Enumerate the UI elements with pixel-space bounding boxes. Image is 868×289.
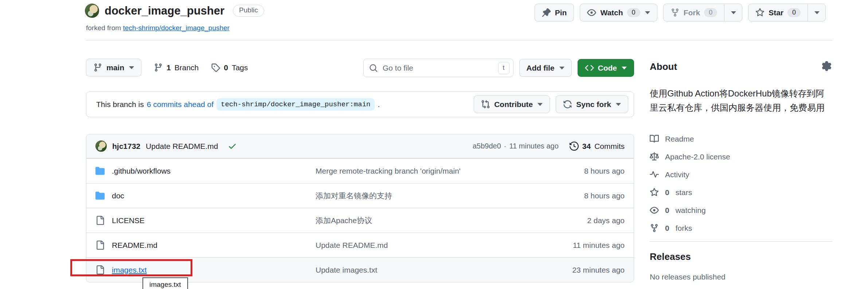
go-to-file-search[interactable]: t [363,59,513,77]
file-name-cell: images.txt [95,265,316,274]
row-commit-message[interactable]: Merge remote-tracking branch 'origin/mai… [316,167,533,175]
sidebar-item-forks[interactable]: 0 forks [650,219,832,237]
sidebar-item-label: watching [676,206,706,215]
row-commit-message[interactable]: 添加Apache协议 [316,215,533,226]
contribute-label: Contribute [494,100,533,109]
visibility-badge: Public [233,5,264,17]
contribute-button[interactable]: Contribute [474,95,550,113]
tag-icon [211,63,220,72]
sidebar-item-stars[interactable]: 0 stars [650,183,832,201]
commit-author-link[interactable]: hjc1732 [112,142,140,151]
pin-button[interactable]: Pin [535,4,574,21]
star-dropdown-button[interactable] [808,4,826,21]
commit-history-link[interactable]: 34 Commits [570,142,625,151]
star-icon [650,188,659,197]
header-divider [86,40,832,40]
search-input[interactable] [383,64,493,72]
sidebar-divider [650,241,832,242]
chevron-down-icon [645,11,650,14]
row-commit-message[interactable]: 添加对重名镜像的支持 [316,191,533,201]
file-name-link[interactable]: LICENSE [112,216,145,225]
table-row[interactable]: doc 添加对重名镜像的支持 8 hours ago [86,183,634,208]
sync-fork-button[interactable]: Sync fork [556,95,628,113]
watch-button[interactable]: Watch 0 [580,4,657,21]
branch-status-banner: This branch is 6 commits ahead of tech-s… [86,91,634,117]
link-tooltip: images.txt [142,277,188,289]
file-name-link[interactable]: README.md [112,241,157,250]
repo-title[interactable]: docker_image_pusher [105,4,224,17]
branch-selector[interactable]: main [86,59,141,76]
fork-count: 0 [704,8,717,17]
commit-meta: a5b9de0 · 11 minutes ago 34 Commits [473,142,625,151]
banner-actions: Contribute Sync fork [474,95,628,113]
code-label: Code [598,64,617,72]
sidebar-item-readme[interactable]: Readme [650,130,832,148]
fork-icon [670,8,680,17]
releases-empty-text: No releases published [650,273,832,281]
history-icon [570,142,579,151]
row-commit-time: 8 hours ago [533,191,625,200]
row-commit-message[interactable]: Update README.md [316,241,533,250]
table-row[interactable]: .github/workflows Merge remote-tracking … [86,158,634,183]
commit-sha-link[interactable]: a5b9de0 [473,142,501,150]
forked-from-label: forked from [86,24,121,32]
chevron-down-icon [814,11,820,14]
fork-dropdown-button[interactable] [724,4,742,21]
upstream-ref-chip: tech-shrimp/docker_image_pusher:main [216,98,375,111]
chevron-down-icon [622,67,627,70]
sidebar-item-label: forks [676,224,692,233]
file-icon [95,216,105,225]
fork-label: Fork [684,8,700,17]
row-commit-message[interactable]: Update images.txt [316,266,533,274]
star-button-group: Star 0 [748,4,826,21]
table-row[interactable]: README.md Update README.md 11 minutes ag… [86,233,634,257]
add-file-button[interactable]: Add file [519,59,572,77]
commits-ahead-link[interactable]: 6 commits ahead of [147,100,214,109]
code-button[interactable]: Code [578,59,634,77]
chevron-down-icon [616,103,621,106]
releases-title[interactable]: Releases [650,251,832,262]
check-icon[interactable] [228,142,237,151]
watch-label: Watch [600,8,623,17]
sidebar-item-activity[interactable]: Activity [650,166,832,183]
branches-link[interactable]: 1 Branch [154,63,199,72]
forked-from-link[interactable]: tech-shrimp/docker_image_pusher [123,24,230,32]
chevron-down-icon [129,66,134,69]
repo-owner-avatar[interactable] [85,4,99,18]
folder-icon [95,166,105,175]
fork-button-group: Fork 0 [663,4,743,21]
book-icon [650,134,659,143]
commit-sha-time: a5b9de0 · 11 minutes ago [473,142,559,150]
sidebar-item-label: Activity [665,170,689,179]
sidebar-item-label: Apache-2.0 license [665,153,730,161]
star-count: 0 [787,8,801,17]
commits-label: Commits [594,142,625,151]
file-name-link[interactable]: doc [112,191,124,200]
sidebar-item-label: stars [676,188,692,197]
eye-icon [650,206,659,215]
file-name-link[interactable]: images.txt [112,266,147,274]
current-branch-name: main [106,63,124,72]
gear-icon[interactable] [822,61,832,71]
commit-message-link[interactable]: Update README.md [146,142,218,151]
pulse-icon [650,170,659,179]
sidebar-item-watching[interactable]: 0 watching [650,201,832,219]
chevron-down-icon [559,67,564,70]
row-commit-time: 8 hours ago [533,167,625,175]
star-icon [755,8,765,17]
fork-button[interactable]: Fork 0 [663,4,725,21]
forked-from-line: forked from tech-shrimp/docker_image_pus… [86,24,230,32]
keyboard-shortcut-hint: t [498,62,509,74]
star-button[interactable]: Star 0 [748,4,808,21]
fork-icon [650,223,659,233]
file-name-link[interactable]: .github/workflows [112,167,171,175]
about-description: 使用Github Action将DockerHub镜像转存到阿里云私有仓库，供国… [650,86,832,115]
tags-link[interactable]: 0 Tags [211,63,248,72]
law-icon [650,152,659,161]
file-name-cell: .github/workflows [95,166,316,175]
chevron-down-icon [537,103,543,106]
table-row[interactable]: LICENSE 添加Apache协议 2 days ago [86,208,634,233]
row-commit-time: 11 minutes ago [533,241,625,250]
sidebar-item-license[interactable]: Apache-2.0 license [650,148,832,166]
commit-author-avatar[interactable] [95,140,107,152]
